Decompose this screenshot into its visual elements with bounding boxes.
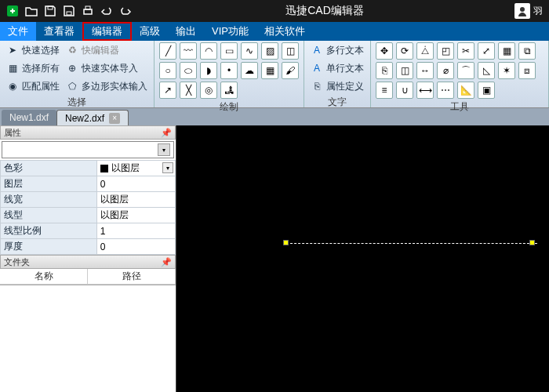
- save-as-icon[interactable]: [60, 2, 78, 20]
- quick-select[interactable]: ➤快速选择: [5, 42, 61, 58]
- polyline-tool-icon[interactable]: 〰: [180, 42, 197, 60]
- folder-panel-header: 文件夹 📌: [0, 255, 176, 269]
- prop-row[interactable]: 线型以图层: [1, 208, 176, 223]
- measure-tool-icon[interactable]: 📐: [457, 82, 474, 99]
- align-tool-icon[interactable]: ≡: [376, 82, 393, 99]
- user-label: 羽: [533, 5, 543, 18]
- open-file-icon[interactable]: [22, 2, 41, 20]
- arc-tool-icon[interactable]: ◠: [200, 42, 217, 60]
- ungroup-tool-icon[interactable]: ⧈: [518, 62, 536, 79]
- copy-tool-icon[interactable]: ⎘: [376, 62, 393, 79]
- cloud-tool-icon[interactable]: ☁: [241, 62, 258, 79]
- close-icon[interactable]: ×: [109, 113, 120, 124]
- ribbon-group-text: A多行文本 A单行文本 ⎘属性定义 文字: [304, 41, 371, 107]
- ribbon-label-text: 文字: [309, 94, 365, 111]
- attr-def[interactable]: ⎘属性定义: [309, 78, 365, 94]
- svg-rect-3: [84, 9, 92, 14]
- prop-row[interactable]: 线宽以图层: [1, 192, 176, 208]
- props-filter-dropdown[interactable]: ▾: [2, 141, 174, 158]
- undo-icon[interactable]: [97, 2, 116, 20]
- spline-tool-icon[interactable]: ∿: [241, 42, 258, 60]
- quick-entity-import[interactable]: ⊕快速实体导入: [64, 60, 149, 76]
- menu-output[interactable]: 输出: [168, 22, 204, 41]
- new-file-icon[interactable]: [3, 2, 22, 20]
- color-swatch: [100, 165, 108, 172]
- menubar: 文件 查看器 编辑器 高级 输出 VIP功能 相关软件: [0, 22, 549, 41]
- explode-tool-icon[interactable]: ✶: [498, 62, 515, 79]
- prop-row[interactable]: 线型比例1: [1, 223, 176, 239]
- tab-new1[interactable]: New1.dxf: [2, 110, 56, 125]
- grip-handle-start[interactable]: [283, 240, 289, 245]
- ellipse-arc-tool-icon[interactable]: ◗: [200, 62, 217, 79]
- save-icon[interactable]: [41, 2, 60, 20]
- chamfer-tool-icon[interactable]: ◺: [478, 62, 495, 79]
- print-icon[interactable]: [78, 2, 97, 20]
- single-text[interactable]: A单行文本: [309, 60, 365, 76]
- side-panel: 属性 📌 ▾ 色彩 以图层▾ 图层0 线宽以图层 线型以图层 线型比例1 厚度0…: [0, 125, 176, 392]
- extend-tool-icon[interactable]: ⤢: [478, 42, 495, 60]
- canvas[interactable]: [176, 125, 549, 392]
- redo-icon[interactable]: [116, 2, 135, 20]
- menu-related[interactable]: 相关软件: [256, 22, 313, 41]
- array-tool-icon[interactable]: ▦: [498, 42, 515, 60]
- pin-icon[interactable]: 📌: [161, 257, 172, 267]
- menu-viewer[interactable]: 查看器: [36, 22, 82, 41]
- col-path[interactable]: 路径: [88, 269, 176, 284]
- prop-row[interactable]: 厚度0: [1, 239, 176, 255]
- pin-icon[interactable]: 📌: [161, 128, 172, 138]
- svg-rect-2: [67, 12, 71, 15]
- move-tool-icon[interactable]: ✥: [376, 42, 393, 60]
- prop-row[interactable]: 图层0: [1, 176, 176, 192]
- divide-tool-icon[interactable]: ⋯: [437, 82, 454, 99]
- select-all[interactable]: ▦选择所有: [5, 60, 61, 76]
- chevron-down-icon[interactable]: ▾: [162, 162, 173, 173]
- svg-point-5: [520, 7, 525, 12]
- multi-text[interactable]: A多行文本: [309, 42, 365, 58]
- mirror-tool-icon[interactable]: ⧊: [416, 42, 434, 60]
- prop-row-color[interactable]: 色彩 以图层▾: [1, 161, 176, 176]
- quick-editor[interactable]: ♻快编辑器: [64, 42, 149, 58]
- group-tool-icon[interactable]: ⧉: [518, 42, 536, 60]
- menu-editor[interactable]: 编辑器: [82, 22, 132, 41]
- rect-tool-icon[interactable]: ▭: [220, 42, 238, 60]
- image-tool-icon[interactable]: 🏞: [220, 82, 238, 99]
- grip-handle-end[interactable]: [529, 240, 535, 245]
- fill-tool-icon[interactable]: ▦: [261, 62, 278, 79]
- circle-tool-icon[interactable]: ○: [159, 62, 176, 79]
- chevron-down-icon: ▾: [158, 143, 170, 156]
- menu-file[interactable]: 文件: [0, 22, 36, 41]
- paint-tool-icon[interactable]: 🖌: [282, 62, 299, 79]
- ray-tool-icon[interactable]: ↗: [159, 82, 176, 99]
- workspace: 属性 📌 ▾ 色彩 以图层▾ 图层0 线宽以图层 线型以图层 线型比例1 厚度0…: [0, 125, 549, 392]
- block-tool-icon[interactable]: ▣: [478, 82, 495, 99]
- scale-tool-icon[interactable]: ◰: [437, 42, 454, 60]
- line-tool-icon[interactable]: ╱: [159, 42, 176, 60]
- stretch-tool-icon[interactable]: ↔: [416, 62, 434, 79]
- region-tool-icon[interactable]: ◫: [282, 42, 299, 60]
- offset-tool-icon[interactable]: ◫: [396, 62, 413, 79]
- menu-advanced[interactable]: 高级: [132, 22, 168, 41]
- props-panel-header: 属性 📌: [0, 125, 176, 140]
- hatch-tool-icon[interactable]: ▨: [261, 42, 278, 60]
- tab-new2[interactable]: New2.dxf×: [56, 110, 129, 125]
- fillet-tool-icon[interactable]: ⌒: [457, 62, 474, 79]
- titlebar-quick-icons: [0, 2, 135, 20]
- match-props[interactable]: ◉匹配属性: [5, 78, 61, 94]
- ribbon-group-draw: ╱ 〰 ◠ ▭ ∿ ▨ ◫ ○ ⬭ ◗ • ☁ ▦ 🖌: [155, 41, 304, 107]
- point-tool-icon[interactable]: •: [220, 62, 238, 79]
- break-tool-icon[interactable]: ⌀: [437, 62, 454, 79]
- match-icon: ◉: [6, 80, 19, 93]
- join-tool-icon[interactable]: ∪: [396, 82, 413, 99]
- trim-tool-icon[interactable]: ✂: [457, 42, 474, 60]
- col-name[interactable]: 名称: [0, 269, 88, 284]
- selected-line-entity[interactable]: [286, 243, 537, 244]
- donut-tool-icon[interactable]: ◎: [200, 82, 217, 99]
- xline-tool-icon[interactable]: ╳: [180, 82, 197, 99]
- menu-vip[interactable]: VIP功能: [204, 22, 256, 41]
- lengthen-tool-icon[interactable]: ⟷: [416, 82, 434, 99]
- user-icon[interactable]: [514, 3, 530, 19]
- ellipse-tool-icon[interactable]: ⬭: [180, 62, 197, 79]
- rotate-tool-icon[interactable]: ⟳: [396, 42, 413, 60]
- select-all-icon: ▦: [6, 62, 19, 74]
- polygon-entity-input[interactable]: ⬠多边形实体输入: [64, 78, 149, 94]
